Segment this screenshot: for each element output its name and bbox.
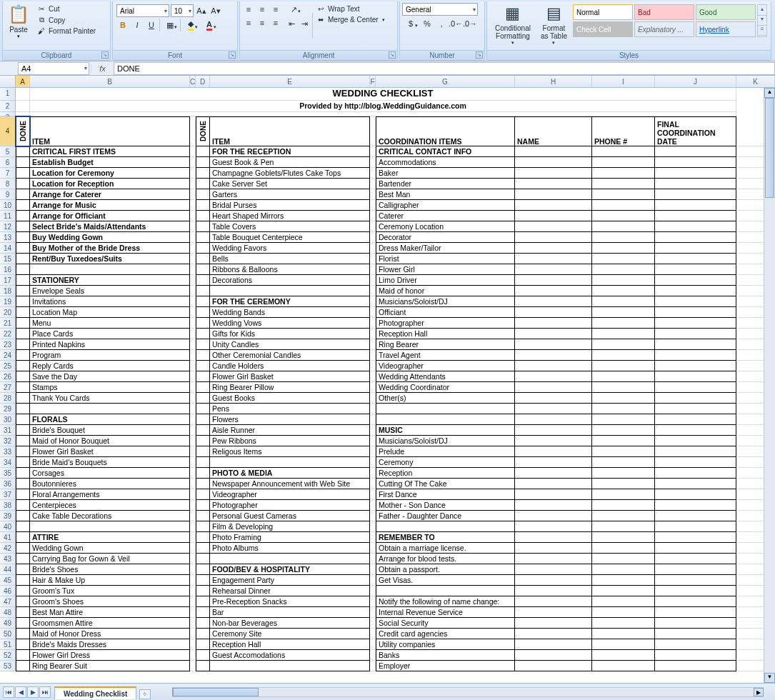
- cell[interactable]: [655, 307, 736, 318]
- cell[interactable]: [592, 264, 655, 275]
- paste-button[interactable]: 📋 Paste ▾: [5, 3, 32, 39]
- cell[interactable]: [196, 221, 210, 232]
- cell[interactable]: [515, 607, 592, 618]
- header-cell[interactable]: DONE: [16, 116, 30, 146]
- cell[interactable]: [370, 596, 376, 607]
- cell[interactable]: [16, 468, 30, 479]
- cell[interactable]: [190, 200, 196, 211]
- cell[interactable]: [515, 339, 592, 350]
- font-color-button[interactable]: A: [201, 19, 218, 31]
- row-header[interactable]: 31: [0, 425, 16, 436]
- cell[interactable]: [370, 221, 376, 232]
- cell[interactable]: Other Ceremonial Candles: [210, 350, 370, 361]
- cell[interactable]: [655, 221, 736, 232]
- style-check-cell[interactable]: Check Cell: [573, 21, 633, 37]
- cell[interactable]: [370, 489, 376, 500]
- cell[interactable]: [370, 564, 376, 575]
- cell[interactable]: [655, 479, 736, 489]
- cell[interactable]: [370, 296, 376, 307]
- cell[interactable]: [190, 404, 196, 414]
- cell[interactable]: [655, 393, 736, 404]
- cell[interactable]: Utility companies: [376, 639, 515, 650]
- cell[interactable]: [515, 404, 592, 414]
- cell[interactable]: [196, 457, 210, 468]
- col-header[interactable]: A: [16, 76, 30, 87]
- cell[interactable]: Bartender: [376, 179, 515, 189]
- cell[interactable]: [196, 307, 210, 318]
- cell[interactable]: Notify the following of name change:: [376, 596, 515, 607]
- cell[interactable]: Ring Bearer Suit: [30, 661, 190, 671]
- cell[interactable]: [655, 596, 736, 607]
- scroll-right-icon[interactable]: ▶: [754, 688, 764, 696]
- number-format-combo[interactable]: General: [402, 3, 478, 16]
- cell[interactable]: [370, 211, 376, 221]
- cell[interactable]: Wedding Bands: [210, 307, 370, 318]
- header-cell[interactable]: ITEM: [210, 116, 370, 146]
- cell[interactable]: [190, 607, 196, 618]
- cell[interactable]: [196, 318, 210, 329]
- row-header[interactable]: 15: [0, 254, 16, 264]
- cell[interactable]: Arrange for Officiant: [30, 211, 190, 221]
- increase-indent-button[interactable]: ⇥: [298, 17, 311, 30]
- cell[interactable]: [370, 382, 376, 393]
- formula-input[interactable]: DONE: [114, 62, 775, 75]
- bold-button[interactable]: B: [116, 19, 129, 31]
- col-header[interactable]: J: [655, 76, 736, 87]
- cell[interactable]: [196, 200, 210, 211]
- cell[interactable]: Cake Table Decorations: [30, 511, 190, 521]
- cell[interactable]: Establish Budget: [30, 157, 190, 168]
- style-good[interactable]: Good: [696, 4, 756, 20]
- row-header[interactable]: 34: [0, 457, 16, 468]
- cell[interactable]: [592, 243, 655, 254]
- row-header[interactable]: 36: [0, 479, 16, 489]
- cell[interactable]: [655, 371, 736, 382]
- row-header[interactable]: 38: [0, 500, 16, 511]
- cell[interactable]: Ribbons & Balloons: [210, 264, 370, 275]
- cell[interactable]: [592, 629, 655, 639]
- format-painter-button[interactable]: 🖌Format Painter: [35, 26, 97, 36]
- cell[interactable]: [16, 404, 30, 414]
- cell[interactable]: [370, 639, 376, 650]
- cell[interactable]: [196, 275, 210, 286]
- cell[interactable]: [655, 457, 736, 468]
- cell[interactable]: [16, 479, 30, 489]
- cell[interactable]: Corsages: [30, 468, 190, 479]
- align-top-button[interactable]: ≡: [242, 3, 255, 16]
- cell[interactable]: [370, 618, 376, 629]
- cell[interactable]: [515, 489, 592, 500]
- cell[interactable]: [196, 393, 210, 404]
- cell[interactable]: [16, 436, 30, 446]
- cell[interactable]: [190, 618, 196, 629]
- cell[interactable]: Centerpieces: [30, 500, 190, 511]
- cell[interactable]: [190, 532, 196, 543]
- cell[interactable]: Photo Framing: [210, 532, 370, 543]
- cell[interactable]: Buy Mother of the Bride Dress: [30, 243, 190, 254]
- cell[interactable]: [370, 146, 376, 157]
- cell[interactable]: [592, 329, 655, 339]
- cell[interactable]: [196, 243, 210, 254]
- cell[interactable]: Invitations: [30, 296, 190, 307]
- name-box[interactable]: A4: [18, 62, 89, 75]
- cell[interactable]: [655, 650, 736, 661]
- row-header[interactable]: 27: [0, 382, 16, 393]
- cell[interactable]: [370, 543, 376, 554]
- cell[interactable]: [592, 393, 655, 404]
- cell[interactable]: Caterer: [376, 211, 515, 221]
- cell[interactable]: [515, 414, 592, 425]
- cell[interactable]: Mother - Son Dance: [376, 500, 515, 511]
- cell[interactable]: Bride's Bouquet: [30, 425, 190, 436]
- cell[interactable]: Bells: [210, 254, 370, 264]
- cell[interactable]: [190, 371, 196, 382]
- cell[interactable]: Ring Bearer: [376, 339, 515, 350]
- cell[interactable]: [515, 554, 592, 564]
- cell[interactable]: [370, 532, 376, 543]
- header-cell[interactable]: NAME: [515, 116, 592, 146]
- cell[interactable]: [370, 318, 376, 329]
- cell[interactable]: FLORALS: [30, 414, 190, 425]
- cell[interactable]: [592, 564, 655, 575]
- cell[interactable]: Social Security: [376, 618, 515, 629]
- cell[interactable]: [655, 629, 736, 639]
- cell[interactable]: [190, 243, 196, 254]
- cell[interactable]: Musicians/Soloist/DJ: [376, 436, 515, 446]
- cell[interactable]: Stamps: [30, 382, 190, 393]
